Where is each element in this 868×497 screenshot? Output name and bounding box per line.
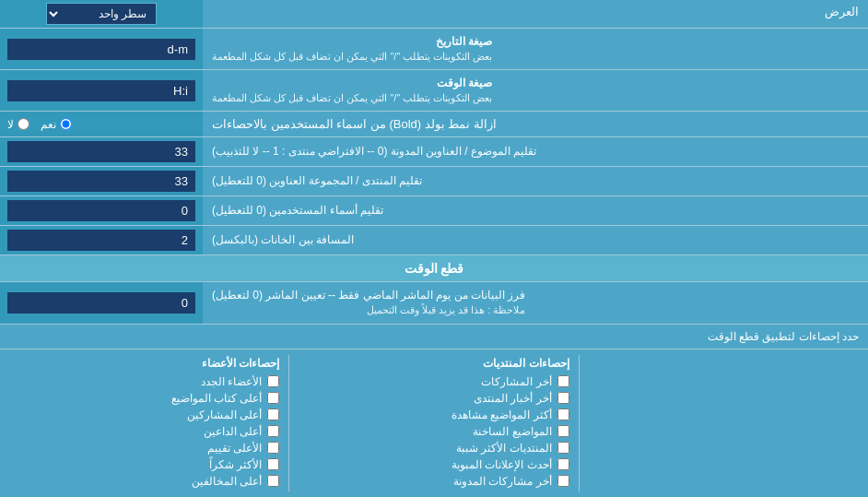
topics-per-group-input[interactable] <box>7 171 195 192</box>
cb-most-thanked: الأكثر شكراً <box>9 456 279 473</box>
cb-top-inviters-input[interactable] <box>267 425 279 437</box>
col-member-stats: إحصاءات الأعضاء الأعضاء الجدد أعلى كتاب … <box>0 355 288 491</box>
cb-last-posts: أخر المشاركات <box>299 373 569 390</box>
column-space-label: المسافة بين الخانات (بالبكسل) <box>203 226 868 254</box>
cb-most-thanked-input[interactable] <box>267 458 279 470</box>
column-space-input-cell <box>0 226 203 254</box>
cutoff-section-header: قطع الوقت <box>0 255 868 282</box>
cb-top-posters-input[interactable] <box>267 408 279 420</box>
cb-classifieds-input[interactable] <box>557 458 569 470</box>
date-format-input-cell <box>0 29 203 69</box>
cb-most-viewed: أكثر المواضيع مشاهدة <box>299 407 569 423</box>
cb-classifieds: أحدث الإعلانات المبوبة <box>299 456 569 473</box>
cb-blog-posts: أخر مشاركات المدونة <box>299 473 569 490</box>
time-format-input[interactable] <box>7 80 195 101</box>
col2-title: إحصاءات المنتديات <box>299 357 569 370</box>
cb-most-viewed-input[interactable] <box>557 408 569 420</box>
cb-forum-news-input[interactable] <box>557 392 569 404</box>
cutoff-limit-row: حدد إحصاءات لتطبيق قطع الوقت <box>0 325 868 349</box>
col1-title: إحصاءات الأعضاء <box>9 357 279 370</box>
display-label: العرض <box>203 0 868 28</box>
cutoff-limit-label: حدد إحصاءات لتطبيق قطع الوقت <box>0 325 868 349</box>
cb-blog-posts-input[interactable] <box>557 475 569 487</box>
checkboxes-section: إحصاءات المنتديات أخر المشاركات أخر أخبا… <box>0 349 868 497</box>
cb-hot-topics: المواضيع الساخنة <box>299 423 569 440</box>
date-format-row: صيغة التاريخ بعض التكوينات يتطلب "/" الت… <box>0 29 868 70</box>
cb-new-members-input[interactable] <box>267 375 279 387</box>
time-format-row: صيغة الوقت بعض التكوينات يتطلب "/" التي … <box>0 70 868 112</box>
cb-last-posts-input[interactable] <box>557 375 569 387</box>
cb-new-members: الأعضاء الجدد <box>9 373 279 390</box>
topics-per-group-row: تقليم المنتدى / المجموعة العناوين (0 للت… <box>0 167 868 196</box>
cutoff-row: فرز البيانات من يوم الماشر الماضي فقط --… <box>0 282 868 324</box>
column-space-input[interactable] <box>7 230 195 251</box>
cb-top-rated: الأعلى تقييم <box>9 440 279 456</box>
cb-top-posters: أعلى المشاركين <box>9 407 279 423</box>
usernames-row: تقليم أسماء المستخدمين (0 للتعطيل) <box>0 196 868 226</box>
cb-top-topic-writers: أعلى كتاب المواضيع <box>9 390 279 407</box>
topics-per-group-label: تقليم المنتدى / المجموعة العناوين (0 للت… <box>203 167 868 195</box>
usernames-label: تقليم أسماء المستخدمين (0 للتعطيل) <box>203 196 868 225</box>
bold-input-cell: نعم لا <box>0 112 203 136</box>
usernames-input[interactable] <box>7 200 195 221</box>
bold-label: ازالة نمط بولد (Bold) من اسماء المستخدمي… <box>203 112 868 136</box>
col-stats-limit <box>579 355 868 491</box>
display-select-cell: سطر واحدسطرينثلاثة أسطر <box>0 0 203 28</box>
cb-top-violators-input[interactable] <box>267 475 279 487</box>
cutoff-input-cell <box>0 282 203 323</box>
topics-per-forum-input-cell <box>0 137 203 166</box>
column-space-row: المسافة بين الخانات (بالبكسل) <box>0 226 868 255</box>
col-forum-stats: إحصاءات المنتديات أخر المشاركات أخر أخبا… <box>288 355 578 491</box>
cb-popular-forums-input[interactable] <box>557 442 569 454</box>
display-select[interactable]: سطر واحدسطرينثلاثة أسطر <box>46 3 157 25</box>
topics-per-forum-input[interactable] <box>7 141 195 162</box>
topics-per-forum-row: تقليم الموضوع / العناوين المدونة (0 -- ا… <box>0 137 868 167</box>
bold-row: ازالة نمط بولد (Bold) من اسماء المستخدمي… <box>0 112 868 137</box>
bold-yes-radio[interactable] <box>60 118 72 130</box>
cb-hot-topics-input[interactable] <box>557 425 569 437</box>
display-row: العرض سطر واحدسطرينثلاثة أسطر <box>0 0 868 29</box>
cutoff-label: فرز البيانات من يوم الماشر الماضي فقط --… <box>203 282 868 323</box>
topics-per-forum-label: تقليم الموضوع / العناوين المدونة (0 -- ا… <box>203 137 868 166</box>
time-format-label: صيغة الوقت بعض التكوينات يتطلب "/" التي … <box>203 70 868 111</box>
usernames-input-cell <box>0 196 203 225</box>
time-format-input-cell <box>0 70 203 111</box>
cb-popular-forums: المنتديات الأكثر شببة <box>299 440 569 456</box>
topics-per-group-input-cell <box>0 167 203 195</box>
cb-top-violators: أعلى المخالفين <box>9 473 279 490</box>
bold-no-option[interactable]: لا <box>7 118 29 131</box>
date-format-input[interactable] <box>7 39 195 60</box>
date-format-label: صيغة التاريخ بعض التكوينات يتطلب "/" الت… <box>203 29 868 69</box>
cb-top-inviters: أعلى الداعين <box>9 423 279 440</box>
cb-forum-news: أخر أخبار المنتدى <box>299 390 569 407</box>
cutoff-input[interactable] <box>7 292 195 314</box>
bold-yes-option[interactable]: نعم <box>41 118 72 131</box>
cb-top-rated-input[interactable] <box>267 442 279 454</box>
cb-top-topic-writers-input[interactable] <box>267 392 279 404</box>
bold-no-radio[interactable] <box>18 118 29 130</box>
checkbox-columns: إحصاءات المنتديات أخر المشاركات أخر أخبا… <box>0 349 868 497</box>
